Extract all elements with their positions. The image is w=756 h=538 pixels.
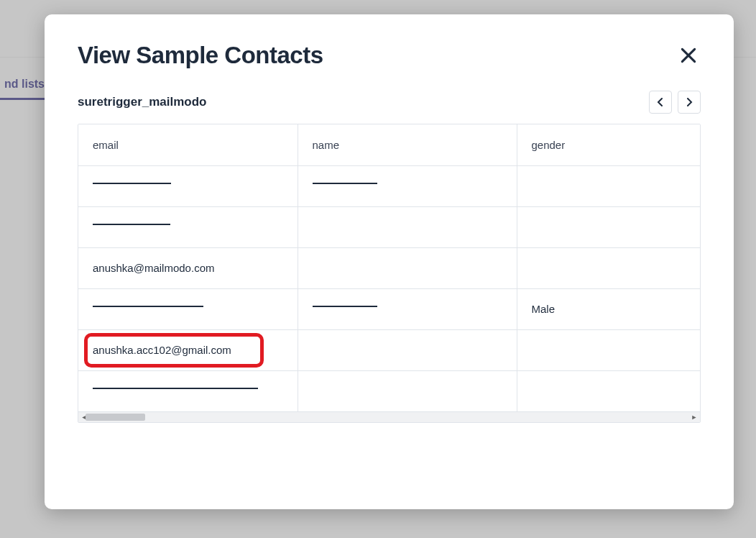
redacted-text: dep@gmail.com <box>93 180 171 187</box>
chevron-left-icon <box>656 98 665 106</box>
cell-name <box>298 370 517 411</box>
cell-name <box>298 247 517 288</box>
redacted-text: Deb Datta <box>313 180 377 187</box>
cell-email: anushka@mailmodo.com <box>78 247 298 288</box>
cell-gender <box>517 206 700 247</box>
pager <box>649 91 701 114</box>
column-header-gender: gender <box>517 124 700 165</box>
table-row: anushka.agnihotri19@gmail.com <box>78 370 700 411</box>
list-name: suretrigger_mailmodo <box>78 95 207 109</box>
cell-email-text: anushka@mailmodo.com <box>93 262 214 274</box>
contacts-table: email name gender dep@gmail.comDeb Datta… <box>78 124 700 411</box>
chevron-right-icon <box>685 98 693 106</box>
contacts-table-container: email name gender dep@gmail.comDeb Datta… <box>78 124 701 423</box>
cell-gender <box>517 329 700 370</box>
cell-email: aabir.datta@gmail.com <box>78 288 298 329</box>
cell-name: Aabir Datta <box>298 288 517 329</box>
next-button[interactable] <box>678 91 701 114</box>
cell-email-text: anushka.acc102@gmail.com <box>93 344 231 356</box>
redacted-text: aabir.datta@gmail.com <box>93 303 203 310</box>
table-row: ach@gmail.com <box>78 206 700 247</box>
cell-name <box>298 206 517 247</box>
table-row: aabir.datta@gmail.comAabir DattaMale <box>78 288 700 329</box>
redacted-text: ach@gmail.com <box>93 221 170 228</box>
prev-button[interactable] <box>649 91 672 114</box>
cell-gender <box>517 370 700 411</box>
table-row: dep@gmail.comDeb Datta <box>78 165 700 206</box>
table-row: anushka@mailmodo.com <box>78 247 700 288</box>
cell-email: ach@gmail.com <box>78 206 298 247</box>
cell-name <box>298 329 517 370</box>
redacted-text: anushka.agnihotri19@gmail.com <box>93 385 258 392</box>
cell-email: dep@gmail.com <box>78 165 298 206</box>
horizontal-scrollbar[interactable]: ◄ ► <box>78 411 700 422</box>
column-header-email: email <box>78 124 298 165</box>
column-header-name: name <box>298 124 517 165</box>
cell-email: anushka.agnihotri19@gmail.com <box>78 370 298 411</box>
cell-gender <box>517 165 700 206</box>
scroll-right-arrow[interactable]: ► <box>689 412 699 422</box>
sample-contacts-modal: View Sample Contacts suretrigger_mailmod… <box>45 14 734 509</box>
modal-title: View Sample Contacts <box>78 42 323 69</box>
scroll-thumb[interactable] <box>86 414 145 421</box>
redacted-text: Aabir Datta <box>313 303 377 310</box>
cell-name: Deb Datta <box>298 165 517 206</box>
table-row: anushka.acc102@gmail.com <box>78 329 700 370</box>
cell-gender: Male <box>517 288 700 329</box>
cell-email: anushka.acc102@gmail.com <box>78 329 298 370</box>
cell-gender-text: Male <box>532 303 556 315</box>
close-icon <box>679 46 698 65</box>
close-button[interactable] <box>676 43 701 68</box>
cell-gender <box>517 247 700 288</box>
